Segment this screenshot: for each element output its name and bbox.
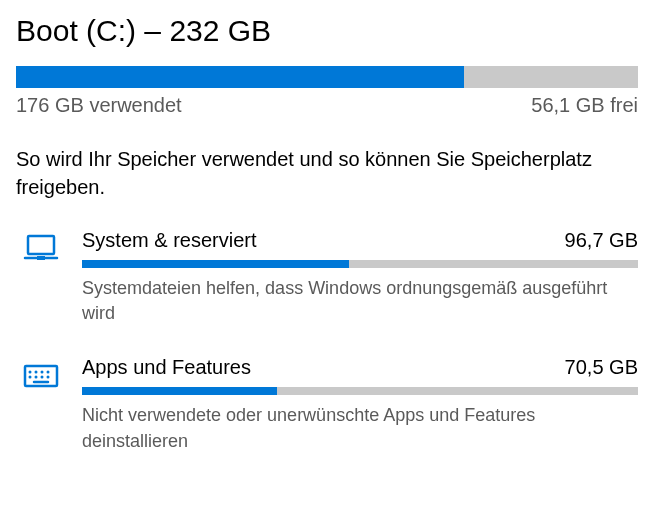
svg-rect-0 — [28, 236, 54, 254]
category-bar-fill — [82, 260, 349, 268]
category-desc: Systemdateien helfen, dass Windows ordnu… — [82, 276, 638, 326]
storage-bar — [16, 66, 638, 88]
category-name: System & reserviert — [82, 229, 256, 252]
drive-title: Boot (C:) – 232 GB — [16, 14, 638, 48]
free-label: 56,1 GB frei — [531, 94, 638, 117]
category-bar — [82, 387, 638, 395]
category-system[interactable]: System & reserviert 96,7 GB Systemdateie… — [16, 229, 638, 326]
category-desc: Nicht verwendete oder unerwünschte Apps … — [82, 403, 638, 453]
category-apps[interactable]: Apps und Features 70,5 GB Nicht verwende… — [16, 356, 638, 453]
storage-bar-fill — [16, 66, 464, 88]
keyboard-icon — [16, 356, 66, 390]
category-size: 70,5 GB — [565, 356, 638, 379]
category-name: Apps und Features — [82, 356, 251, 379]
used-label: 176 GB verwendet — [16, 94, 182, 117]
category-bar — [82, 260, 638, 268]
category-size: 96,7 GB — [565, 229, 638, 252]
storage-description: So wird Ihr Speicher verwendet und so kö… — [16, 145, 638, 201]
laptop-icon — [16, 229, 66, 263]
category-bar-fill — [82, 387, 277, 395]
